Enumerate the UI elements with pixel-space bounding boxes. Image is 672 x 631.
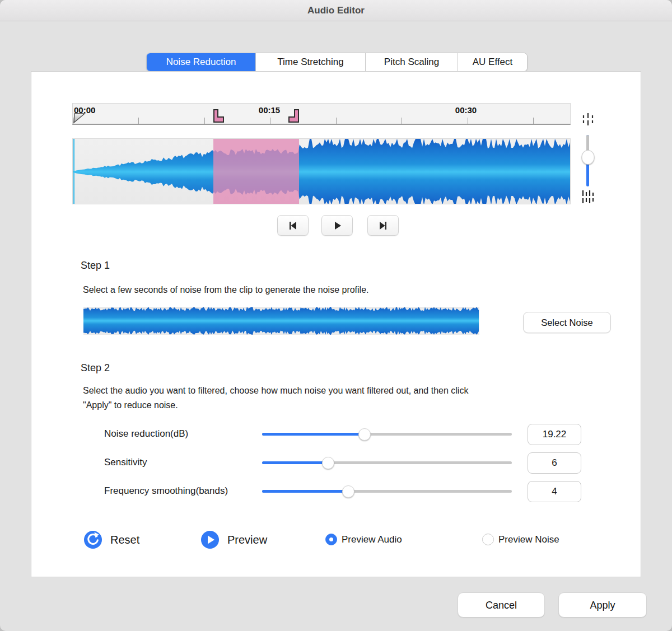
content-panel: 00:00 00:15 00:30: [31, 71, 641, 577]
frequency-smoothing-value[interactable]: 4: [528, 481, 581, 502]
step2-title: Step 2: [81, 362, 110, 374]
sensitivity-value[interactable]: 6: [528, 452, 581, 474]
noise-reduction-value[interactable]: 19.22: [528, 424, 581, 445]
skip-to-end-icon: [378, 221, 388, 231]
ruler-tick: [402, 118, 402, 124]
play-icon: [332, 221, 342, 231]
step2-description: Select the audio you want to filtered, c…: [83, 384, 620, 413]
selection-marker-end[interactable]: [288, 109, 300, 123]
selection-overlay: [213, 139, 299, 204]
zoom-out-waveform-icon: [581, 111, 595, 127]
ruler-tick: [270, 118, 270, 124]
noise-reduction-slider[interactable]: [262, 433, 512, 436]
reset-label: Reset: [110, 534, 139, 546]
select-noise-button[interactable]: Select Noise: [523, 312, 611, 333]
preview-audio-radio[interactable]: Preview Audio: [325, 534, 402, 545]
noise-reduction-slider-thumb[interactable]: [358, 428, 371, 441]
reset-button[interactable]: Reset: [83, 530, 139, 549]
radio-unselected-icon: [482, 534, 494, 545]
slider-fill: [262, 461, 328, 464]
noise-reduction-label: Noise reduction(dB): [104, 428, 188, 440]
preview-play-icon: [200, 530, 220, 549]
skip-to-end-button[interactable]: [367, 215, 399, 236]
preview-label: Preview: [227, 534, 267, 546]
playhead-flag[interactable]: [73, 110, 86, 124]
window-title: Audio Editor: [307, 5, 365, 16]
selection-marker-start[interactable]: [212, 109, 225, 123]
noise-waveform-shape: [83, 307, 479, 335]
reset-icon: [83, 530, 102, 549]
time-label-1: 00:15: [259, 105, 280, 115]
step2-description-line1: Select the audio you want to filtered, c…: [83, 384, 620, 398]
titlebar[interactable]: Audio Editor: [0, 0, 672, 21]
ruler-tick: [204, 118, 205, 124]
step1-description: Select a few seconds of noise from the c…: [83, 283, 369, 297]
radio-selected-icon: [325, 534, 337, 545]
play-button[interactable]: [321, 215, 353, 236]
sensitivity-slider-thumb[interactable]: [322, 457, 334, 469]
preview-button[interactable]: Preview: [200, 530, 267, 549]
ruler-tick: [533, 118, 534, 124]
frequency-smoothing-label: Frequency smoothing(bands): [104, 485, 228, 497]
frequency-smoothing-slider[interactable]: [262, 490, 512, 493]
ruler-tick: [336, 118, 337, 124]
ruler-tick: [138, 118, 139, 124]
preview-noise-label: Preview Noise: [498, 534, 559, 545]
tab-pitch-scaling[interactable]: Pitch Scaling: [365, 53, 458, 71]
slider-fill: [262, 433, 365, 436]
preview-audio-label: Preview Audio: [342, 534, 402, 545]
zoom-in-waveform-icon: [581, 189, 595, 205]
sensitivity-label: Sensitivity: [104, 457, 147, 468]
frequency-smoothing-slider-thumb[interactable]: [342, 485, 354, 498]
sensitivity-slider[interactable]: [262, 461, 512, 464]
cancel-button[interactable]: Cancel: [458, 592, 545, 618]
slider-fill: [262, 490, 348, 493]
noise-profile-waveform: [83, 307, 479, 335]
tab-au-effect[interactable]: AU Effect: [458, 53, 527, 71]
main-waveform[interactable]: [72, 138, 571, 204]
audio-editor-window: Audio Editor Noise Reduction Time Stretc…: [0, 0, 672, 631]
skip-to-start-button[interactable]: [277, 215, 309, 236]
step1-title: Step 1: [81, 260, 110, 272]
tab-bar: Noise Reduction Time Stretching Pitch Sc…: [146, 53, 528, 72]
tab-time-stretching[interactable]: Time Stretching: [255, 53, 365, 71]
main-waveform-shape: [73, 139, 571, 204]
skip-to-start-icon: [288, 221, 298, 231]
step2-description-line2: "Apply" to reduce noise.: [83, 398, 620, 413]
vertical-zoom-slider[interactable]: [586, 135, 589, 186]
vertical-zoom-thumb[interactable]: [581, 150, 594, 165]
tab-noise-reduction[interactable]: Noise Reduction: [147, 53, 255, 71]
preview-noise-radio[interactable]: Preview Noise: [482, 534, 559, 545]
ruler-tick: [468, 118, 468, 124]
waveform-zoom-control: [577, 111, 600, 206]
apply-button[interactable]: Apply: [558, 592, 647, 618]
time-label-2: 00:30: [455, 105, 477, 115]
timeline-ruler[interactable]: 00:00 00:15 00:30: [72, 103, 571, 125]
waveform-playhead-line: [73, 139, 74, 204]
